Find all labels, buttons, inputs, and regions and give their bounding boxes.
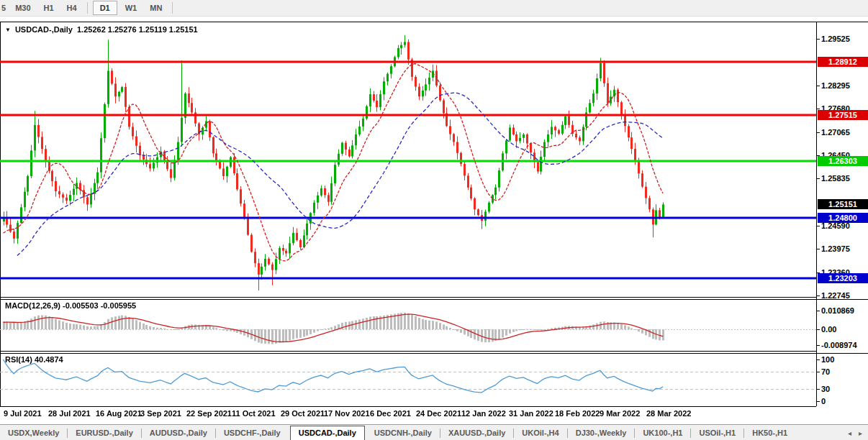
price-tick-mark bbox=[816, 178, 820, 179]
chart-dropdown-icon[interactable]: ▼ bbox=[5, 27, 11, 33]
tab-ukoil-h4[interactable]: UKOil-,H4 bbox=[514, 425, 566, 440]
tab-scroll-arrows: ◂▸ bbox=[848, 429, 868, 437]
price-tick-mark bbox=[816, 86, 820, 86]
date-label: 11 Oct 2021 bbox=[232, 409, 276, 418]
tab-usdx-weekly[interactable]: USDX,Weekly bbox=[0, 425, 67, 440]
rsi-tick: 30 bbox=[821, 385, 830, 393]
tab-usdchf-daily[interactable]: USDCHF-,Daily bbox=[216, 425, 289, 440]
price-tick: 1.23975 bbox=[821, 244, 850, 253]
date-label: 24 Dec 2021 bbox=[416, 409, 461, 418]
macd-tick-mark bbox=[816, 311, 820, 311]
price-tick-mark bbox=[816, 249, 820, 249]
tab-audusd-daily[interactable]: AUDUSD-,Daily bbox=[142, 425, 215, 440]
price-tick-mark bbox=[816, 226, 820, 226]
date-label: 18 Feb 2022 bbox=[555, 409, 600, 418]
tab-eurusd-daily[interactable]: EURUSD-,Daily bbox=[68, 425, 140, 440]
date-label: 3 Sep 2021 bbox=[140, 409, 181, 418]
panel-separator[interactable] bbox=[0, 297, 816, 298]
date-label: 6 Dec 2021 bbox=[370, 409, 411, 418]
price-tick: 1.28295 bbox=[821, 81, 850, 90]
price-tick-mark bbox=[816, 295, 820, 296]
tab-usoil-h1[interactable]: USOil-,H1 bbox=[691, 425, 743, 440]
chart-bottom-border bbox=[0, 406, 816, 407]
macd-tick: -0.008974 bbox=[821, 341, 857, 349]
support-badge: 1.24800 bbox=[818, 213, 868, 223]
toolbar-separator bbox=[172, 2, 173, 14]
symbol-tabbar: USDX,WeeklyEURUSD-,DailyAUDUSD-,DailyUSD… bbox=[0, 424, 868, 440]
tab-usdcad-daily[interactable]: USDCAD-,Daily bbox=[290, 426, 365, 440]
tab-dj30-weekly[interactable]: DJ30-,Weekly bbox=[568, 425, 635, 440]
tabs-scroll-left-icon[interactable]: ◂ bbox=[848, 429, 851, 437]
timeframe-5[interactable]: 5 bbox=[0, 0, 9, 16]
rsi-tick-mark bbox=[816, 359, 820, 360]
level-badge: 1.26303 bbox=[818, 156, 868, 166]
date-label: 16 Aug 2021 bbox=[96, 409, 142, 418]
rsi-tick: 0 bbox=[821, 397, 826, 405]
main-chart-canvas[interactable] bbox=[0, 22, 816, 297]
date-label: 17 Nov 2021 bbox=[324, 409, 370, 418]
rsi-tick: 100 bbox=[821, 355, 834, 364]
tab-hk50-h1[interactable]: HK50-,H1 bbox=[744, 425, 795, 440]
timeframe-m30[interactable]: M30 bbox=[9, 0, 37, 16]
date-label: 12 Jan 2022 bbox=[461, 409, 506, 418]
tab-xauusd-daily[interactable]: XAUUSD-,Daily bbox=[440, 425, 513, 440]
price-tick: 1.25835 bbox=[821, 174, 850, 183]
rsi-tick-mark bbox=[816, 389, 820, 390]
chart-symbol-title: USDCAD-,Daily bbox=[15, 25, 73, 34]
date-label: 9 Mar 2022 bbox=[600, 409, 640, 418]
current-price-badge: 1.25151 bbox=[818, 199, 868, 209]
price-tick-mark bbox=[816, 39, 820, 40]
date-label: 28 Jul 2021 bbox=[48, 409, 91, 418]
price-tick: 1.29525 bbox=[821, 35, 850, 43]
support-badge: 1.23203 bbox=[818, 273, 868, 283]
timeframe-mn[interactable]: MN bbox=[143, 0, 168, 16]
date-label: 28 Mar 2022 bbox=[646, 409, 691, 418]
timeframe-w1[interactable]: W1 bbox=[119, 0, 144, 16]
tab-uk100-h1[interactable]: UK100-,H1 bbox=[635, 425, 690, 440]
rsi-label: RSI(14) 40.4874 bbox=[5, 355, 63, 364]
macd-label: MACD(12,26,9) -0.005503 -0.005955 bbox=[5, 301, 136, 310]
toolbar-separator bbox=[87, 2, 88, 14]
resistance-badge: 1.28912 bbox=[818, 57, 868, 67]
trading-terminal: 5M30H1H4D1W1MN ▼ USDCAD-,Daily 1.25262 1… bbox=[0, 0, 868, 440]
date-label: 31 Jan 2022 bbox=[509, 409, 553, 418]
panel-separator[interactable] bbox=[0, 351, 816, 352]
tabs-scroll-right-icon[interactable]: ▸ bbox=[859, 429, 862, 437]
resistance-badge: 1.27515 bbox=[818, 110, 868, 120]
macd-tick: 0.00 bbox=[821, 325, 836, 334]
macd-tick-mark bbox=[816, 345, 820, 346]
date-label: 22 Sep 2021 bbox=[186, 409, 232, 418]
timeframe-d1[interactable]: D1 bbox=[93, 1, 117, 15]
chart-header: ▼ USDCAD-,Daily 1.25262 1.25276 1.25119 … bbox=[5, 25, 198, 34]
price-tick: 1.22745 bbox=[821, 291, 850, 300]
rsi-tick: 70 bbox=[821, 367, 830, 376]
timeframe-h4[interactable]: H4 bbox=[60, 0, 83, 16]
chart-ohlc-values: 1.25262 1.25276 1.25119 1.25151 bbox=[77, 25, 198, 34]
macd-tick-mark bbox=[816, 329, 820, 330]
rsi-tick-mark bbox=[816, 372, 820, 372]
date-label: 9 Jul 2021 bbox=[4, 409, 42, 418]
rsi-tick-mark bbox=[816, 401, 820, 402]
price-axis-line bbox=[816, 22, 817, 406]
date-label: 29 Oct 2021 bbox=[281, 409, 325, 418]
tab-usdcnh-daily[interactable]: USDCNH-,Daily bbox=[366, 425, 440, 440]
timeframe-h1[interactable]: H1 bbox=[37, 0, 60, 16]
macd-tick: 0.010869 bbox=[821, 306, 854, 315]
price-tick-mark bbox=[816, 132, 820, 133]
rsi-panel-canvas[interactable] bbox=[0, 354, 816, 406]
price-tick: 1.27065 bbox=[821, 128, 850, 137]
timeframe-toolbar: 5M30H1H4D1W1MN bbox=[0, 0, 868, 17]
